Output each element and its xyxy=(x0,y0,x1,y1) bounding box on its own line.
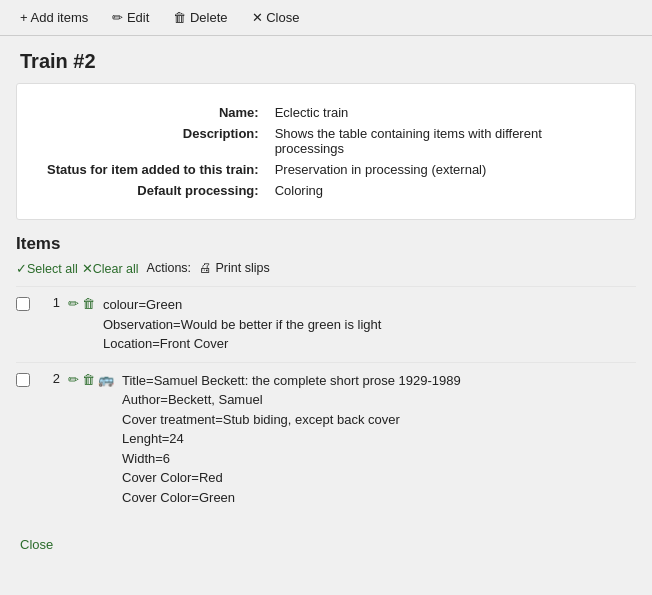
item-details-2: Title=Samuel Beckett: the complete short… xyxy=(122,371,636,508)
name-value: Eclectic train xyxy=(269,102,611,123)
item-detail-line: Location=Front Cover xyxy=(103,334,636,354)
actions-label: Actions: xyxy=(147,261,191,275)
toolbar: + Add items ✏ Edit 🗑 Delete ✕ Close xyxy=(0,0,652,36)
item-number-2: 2 xyxy=(38,371,60,386)
name-label: Name: xyxy=(41,102,269,123)
page-title: Train #2 xyxy=(0,36,652,83)
info-table: Name: Eclectic train Description: Shows … xyxy=(41,102,611,201)
item-detail-line: Cover Color=Red xyxy=(122,468,636,488)
item-detail-line: Width=6 xyxy=(122,449,636,469)
default-processing-value: Coloring xyxy=(269,180,611,201)
copy-item-2-icon[interactable]: 🚌 xyxy=(98,372,114,387)
item-detail-line: Title=Samuel Beckett: the complete short… xyxy=(122,371,636,391)
item-checkbox-2[interactable] xyxy=(16,373,30,387)
clear-all-link[interactable]: ✕Clear all xyxy=(82,261,139,276)
info-row-default-processing: Default processing: Coloring xyxy=(41,180,611,201)
item-details-1: colour=Green Observation=Would be better… xyxy=(103,295,636,354)
items-actions-bar: ✓Select all ✕Clear all Actions: 🖨 Print … xyxy=(16,260,636,276)
item-detail-line: Lenght=24 xyxy=(122,429,636,449)
items-title: Items xyxy=(16,234,636,254)
item-detail-line: Author=Beckett, Samuel xyxy=(122,390,636,410)
edit-item-2-icon[interactable]: ✏ xyxy=(68,372,79,387)
default-processing-label: Default processing: xyxy=(41,180,269,201)
edit-button[interactable]: ✏ Edit xyxy=(108,8,153,27)
item-number-1: 1 xyxy=(38,295,60,310)
info-card: Name: Eclectic train Description: Shows … xyxy=(16,83,636,220)
items-section: Items ✓Select all ✕Clear all Actions: 🖨 … xyxy=(16,234,636,515)
info-row-description: Description: Shows the table containing … xyxy=(41,123,611,159)
table-row: 2 ✏ 🗑 🚌 Title=Samuel Beckett: the comple… xyxy=(16,362,636,516)
print-slips-button[interactable]: 🖨 Print slips xyxy=(195,260,274,276)
edit-item-1-icon[interactable]: ✏ xyxy=(68,296,79,311)
delete-item-2-icon[interactable]: 🗑 xyxy=(82,372,95,387)
item-detail-line: Cover treatment=Stub biding, except back… xyxy=(122,410,636,430)
item-icons-1: ✏ 🗑 xyxy=(68,296,95,311)
info-row-status: Status for item added to this train: Pre… xyxy=(41,159,611,180)
close-toolbar-button[interactable]: ✕ Close xyxy=(248,8,304,27)
description-label: Description: xyxy=(41,123,269,159)
add-items-button[interactable]: + Add items xyxy=(16,8,92,27)
item-checkbox-1[interactable] xyxy=(16,297,30,311)
description-value: Shows the table containing items with di… xyxy=(269,123,611,159)
status-value: Preservation in processing (external) xyxy=(269,159,611,180)
item-detail-line: Observation=Would be better if the green… xyxy=(103,315,636,335)
select-all-link[interactable]: ✓Select all xyxy=(16,261,78,276)
table-row: 1 ✏ 🗑 colour=Green Observation=Would be … xyxy=(16,286,636,362)
item-detail-line: colour=Green xyxy=(103,295,636,315)
delete-button[interactable]: 🗑 Delete xyxy=(169,8,231,27)
status-label: Status for item added to this train: xyxy=(41,159,269,180)
delete-item-1-icon[interactable]: 🗑 xyxy=(82,296,95,311)
item-icons-2: ✏ 🗑 🚌 xyxy=(68,372,114,387)
close-footer-link[interactable]: Close xyxy=(20,537,53,552)
info-row-name: Name: Eclectic train xyxy=(41,102,611,123)
item-detail-line: Cover Color=Green xyxy=(122,488,636,508)
